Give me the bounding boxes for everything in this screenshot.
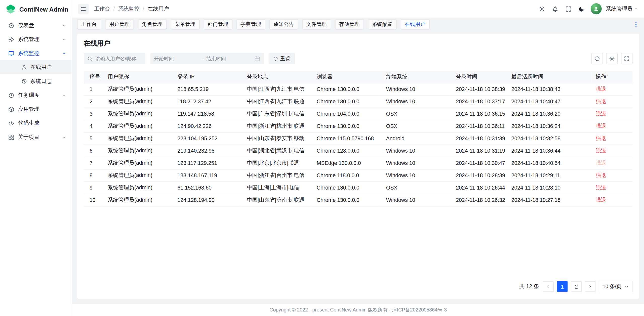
sidebar-item-label: 系统管理	[18, 36, 58, 43]
cell-ip: 119.147.218.58	[172, 108, 241, 120]
tab[interactable]: 用户管理	[105, 19, 134, 29]
force-logout-link[interactable]: 强退	[595, 147, 606, 153]
notifications-button[interactable]	[549, 3, 561, 15]
cell-ip: 118.212.37.42	[172, 95, 241, 108]
table-fullscreen-button[interactable]	[621, 53, 633, 65]
pagination: 共 12 条 1 2 10 条/页	[84, 276, 632, 292]
table-row: 2 系统管理员(admin) 118.212.37.42 中国|江西省|九江市|…	[84, 95, 632, 108]
cell-last-active: 2024-11-18 10:36:24	[506, 120, 590, 132]
tab-label: 系统配置	[372, 21, 392, 28]
force-logout-link[interactable]: 强退	[595, 197, 606, 203]
tab-label: 字典管理	[240, 21, 261, 28]
cell-nickname: 系统管理员(admin)	[102, 108, 172, 120]
cell-nickname: 系统管理员(admin)	[102, 95, 172, 108]
sidebar-item-code-generation[interactable]: 代码生成	[0, 116, 72, 130]
sidebar-collapse-button[interactable]	[78, 4, 89, 14]
cell-nickname: 系统管理员(admin)	[102, 145, 172, 157]
tab-label: 存储管理	[339, 21, 360, 28]
force-logout-link[interactable]: 强退	[595, 110, 606, 116]
pagination-total: 共 12 条	[519, 283, 539, 290]
tab[interactable]: 菜单管理	[171, 19, 199, 29]
sidebar-item-label: 在线用户	[30, 64, 52, 71]
app-logo[interactable]: ContiNew Admin	[0, 0, 72, 18]
force-logout-link[interactable]: 强退	[595, 160, 606, 166]
tab[interactable]: 字典管理	[236, 19, 265, 29]
cell-location: 中国|湖北省|武汉市|电信	[241, 145, 311, 157]
cell-nickname: 系统管理员(admin)	[102, 182, 172, 194]
pagination-page-2[interactable]: 2	[571, 281, 582, 292]
cell-login-time: 2024-11-18 10:38:39	[450, 83, 505, 95]
tab-more-button[interactable]	[633, 21, 639, 27]
tab[interactable]: 存储管理	[335, 19, 364, 29]
pagination-prev-button[interactable]	[543, 281, 554, 292]
force-logout-link[interactable]: 强退	[595, 86, 606, 92]
pagination-page-1[interactable]: 1	[557, 281, 568, 292]
cell-os: Windows 10	[380, 194, 450, 206]
page-size-select[interactable]: 10 条/页	[599, 281, 633, 292]
cell-last-active: 2024-11-18 10:28:10	[506, 182, 590, 194]
refresh-icon	[594, 56, 600, 62]
search-input[interactable]	[95, 56, 142, 62]
cell-login-time: 2024-11-18 10:36:11	[450, 120, 505, 132]
user-menu[interactable]: 系统管理员	[606, 5, 638, 12]
logo-icon	[5, 4, 16, 14]
force-logout-link[interactable]: 强退	[595, 172, 606, 178]
tab[interactable]: 通知公告	[269, 19, 298, 29]
tab[interactable]: 角色管理	[138, 19, 167, 29]
cell-no: 7	[84, 157, 102, 169]
dark-mode-button[interactable]	[576, 3, 587, 15]
cell-action: 强退	[590, 95, 632, 108]
cell-browser: Chrome 130.0.0.0	[311, 194, 380, 206]
sidebar-item-system-management[interactable]: 系统管理	[0, 32, 72, 47]
cell-action: 强退	[590, 83, 632, 95]
cell-location: 中国|山东省|济南市|联通	[241, 194, 311, 206]
table-row: 9 系统管理员(admin) 61.152.168.60 中国|上海|上海市|电…	[84, 182, 632, 194]
menu-fold-icon	[80, 6, 86, 12]
gear-icon	[8, 36, 14, 42]
cell-no: 1	[84, 83, 102, 95]
code-icon	[8, 120, 14, 126]
force-logout-link[interactable]: 强退	[595, 98, 606, 104]
sidebar-item-system-monitor[interactable]: 系统监控	[0, 46, 72, 60]
cell-os: OSX	[380, 120, 450, 132]
pagination-next-button[interactable]	[585, 281, 595, 292]
username: 系统管理员	[606, 5, 632, 12]
chevron-down-icon	[62, 135, 67, 139]
tab[interactable]: 工作台	[77, 19, 101, 29]
tab[interactable]: 部门管理	[204, 19, 232, 29]
sidebar-item-app-management[interactable]: 应用管理	[0, 102, 72, 116]
sidebar-item-task-scheduling[interactable]: 任务调度	[0, 88, 72, 102]
tab-label: 工作台	[81, 21, 97, 28]
fullscreen-button[interactable]	[563, 3, 574, 15]
force-logout-link[interactable]: 强退	[595, 123, 606, 129]
settings-button[interactable]	[536, 3, 548, 15]
sidebar-item-system-logs[interactable]: 系统日志	[0, 74, 72, 88]
column-header-login-time: 登录时间	[450, 71, 505, 83]
table-wrapper: 序号 用户昵称 登录 IP 登录地点 浏览器 终端系统 登录时间 最后活跃时间 …	[84, 71, 632, 206]
force-logout-link[interactable]: 强退	[595, 184, 606, 190]
table-tools	[591, 53, 632, 65]
cell-os: Android	[380, 132, 450, 145]
cell-login-time: 2024-11-18 10:30:47	[450, 157, 505, 169]
column-header-no: 序号	[84, 71, 102, 83]
force-logout-link[interactable]: 强退	[595, 135, 606, 141]
tab[interactable]: 在线用户	[401, 19, 429, 29]
sidebar-item-about-project[interactable]: 关于项目	[0, 130, 72, 144]
cell-browser: Chrome 118.0.0.0	[311, 169, 380, 182]
reset-button[interactable]: 重置	[269, 53, 295, 65]
date-range-picker[interactable]: 开始时间 - 结束时间	[150, 53, 264, 65]
tab[interactable]: 系统配置	[368, 19, 396, 29]
cell-os: Windows 10	[380, 157, 450, 169]
sidebar-item-label: 系统日志	[30, 78, 52, 85]
column-settings-button[interactable]	[606, 53, 618, 65]
refresh-button[interactable]	[591, 53, 603, 65]
tab[interactable]: 文件管理	[302, 19, 331, 29]
avatar[interactable]	[591, 3, 602, 14]
app-root: ContiNew Admin 仪表盘 系统管理 系统监控 在线用户	[0, 0, 644, 316]
breadcrumb-item[interactable]: 系统监控	[118, 5, 140, 12]
sidebar-item-dashboard[interactable]: 仪表盘	[0, 18, 72, 32]
sidebar-item-online-users[interactable]: 在线用户	[0, 60, 72, 74]
breadcrumb-item[interactable]: 工作台	[94, 5, 110, 12]
table-row: 7 系统管理员(admin) 123.117.129.251 中国|北京|北京市…	[84, 157, 632, 169]
column-header-location: 登录地点	[241, 71, 311, 83]
